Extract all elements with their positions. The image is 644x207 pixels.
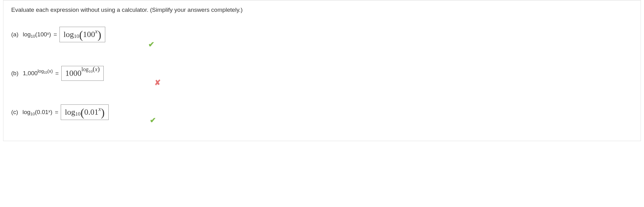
equals: =: [55, 109, 58, 116]
part-c-answer-box[interactable]: log10(0.01x): [61, 104, 109, 120]
part-a: (a) log10(100x) = log10(100x) ✔: [11, 22, 633, 47]
ans-exp: x: [95, 28, 97, 34]
check-icon: ✔: [148, 40, 154, 49]
log-text: log: [22, 109, 30, 116]
part-b-answer-box[interactable]: 1000log10(x): [61, 66, 104, 81]
ans-exp-paren-close: ): [97, 65, 100, 73]
ans-inner: 0.01: [84, 108, 98, 117]
exp-arg: (x): [47, 68, 53, 74]
paren-close: ): [101, 107, 105, 118]
paren-close: ): [97, 29, 101, 40]
part-c-expression: log10(0.01x): [22, 109, 52, 116]
ans-inner: 100: [83, 30, 95, 39]
arg-exp: x: [47, 31, 49, 36]
arg-close: ): [49, 31, 51, 38]
ans-exp-paren-open: (: [93, 65, 95, 73]
ans-base: 10: [74, 33, 79, 39]
ans-log: log: [65, 108, 75, 117]
arg-close: ): [50, 109, 52, 116]
log-text: log: [23, 31, 31, 38]
ans-base-num: 1000: [65, 69, 82, 78]
part-a-answer-box[interactable]: log10(100x): [59, 27, 105, 42]
ans-exp-log: log: [82, 66, 89, 73]
question-prompt: Evaluate each expression without using a…: [11, 7, 633, 13]
log-base: 10: [31, 112, 35, 116]
arg-open: (100: [35, 31, 47, 38]
cross-icon: ✘: [154, 78, 161, 87]
log-base: 10: [31, 34, 35, 39]
base-num: 1,000: [23, 70, 38, 77]
ans-log: log: [64, 30, 74, 39]
part-a-expression: log10(100x): [23, 31, 51, 38]
ans-base: 10: [75, 111, 80, 117]
exp-log: log: [38, 68, 44, 74]
ans-exp: x: [98, 106, 101, 112]
ans-exp-base: 10: [89, 69, 93, 74]
exp-base: 10: [44, 71, 47, 74]
arg-open: (0.01: [35, 109, 48, 116]
part-c-label: (c): [11, 109, 18, 116]
part-a-label: (a): [11, 31, 18, 38]
question-container: Evaluate each expression without using a…: [3, 0, 641, 141]
ans-exponent: log10(x): [82, 65, 100, 73]
paren-open: (: [79, 29, 83, 40]
part-b-expression: 1,000log10(x): [23, 70, 53, 77]
part-b-label: (b): [11, 70, 18, 77]
part-c: (c) log10(0.01x) = log10(0.01x) ✔: [11, 100, 633, 125]
check-icon: ✔: [150, 116, 156, 125]
arg-exp: x: [48, 109, 50, 113]
ans-exp-arg: x: [95, 66, 97, 73]
part-b: (b) 1,000log10(x) = 1000log10(x) ✘: [11, 61, 633, 86]
equals: =: [55, 70, 59, 77]
equals: =: [54, 31, 57, 38]
paren-open: (: [80, 107, 84, 118]
